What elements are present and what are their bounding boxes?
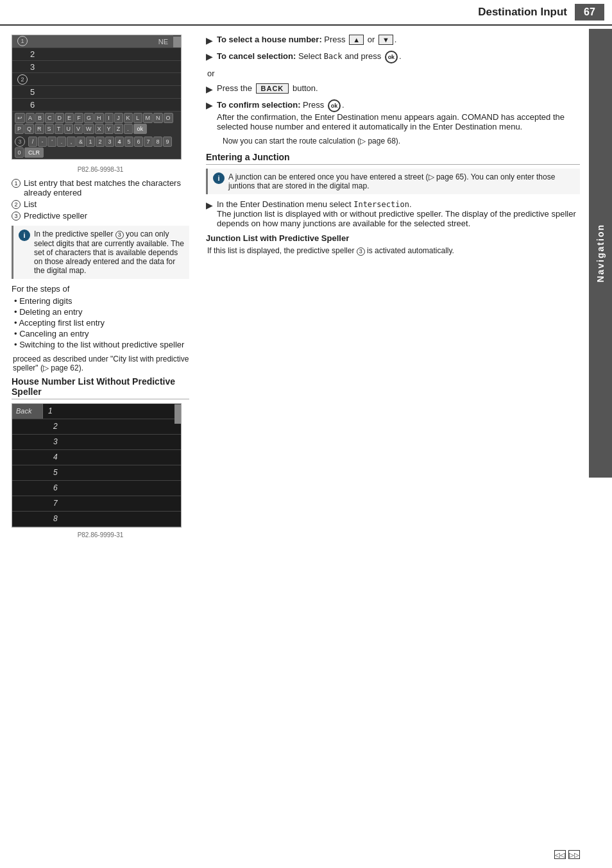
key-b: B: [35, 113, 44, 123]
arrow-icon-2: ▶: [206, 51, 213, 62]
key-6: 6: [134, 137, 143, 147]
key-1: 1: [86, 137, 95, 147]
info-box-1: i In the predictive speller 3 you can on…: [12, 226, 189, 279]
key-d: D: [55, 113, 65, 123]
key-h: H: [94, 113, 104, 123]
key-8: 8: [153, 137, 162, 147]
prev-arrow: ◁◁: [554, 850, 566, 859]
key-5: 5: [124, 137, 133, 147]
select-house-label: To select a house number:: [217, 35, 322, 44]
key-a: A: [26, 113, 35, 123]
row3-label: 3: [17, 62, 35, 72]
house-val-4: 4: [48, 453, 58, 462]
key-0: 0: [15, 147, 24, 158]
right-column: ▶ To select a house number: Press ▲ or ▼…: [201, 35, 580, 544]
main-content: 1 NE 2 3 2: [0, 26, 612, 553]
key-dot: .: [124, 124, 133, 134]
row1-label: [30, 37, 32, 46]
arrow-icon-3: ▶: [206, 84, 213, 94]
ok-key: ok: [133, 124, 148, 134]
key-3: 3: [105, 137, 114, 147]
cancel-selection-text: To cancel selection: Select Back and pre…: [217, 51, 402, 63]
key-p: P: [15, 124, 24, 134]
now-para: Now you can start the route calculation …: [223, 137, 580, 146]
ok-circle-confirm: ok: [328, 99, 341, 112]
key-x: X: [95, 124, 104, 134]
callout-text-1: List entry that best matches the charact…: [24, 178, 189, 197]
junction-step-text: In the Enter Destination menu select Int…: [217, 199, 580, 228]
btn-down: ▼: [378, 35, 393, 45]
key-g: G: [84, 113, 94, 123]
house-val-5: 5: [48, 468, 58, 477]
callout-text-2: List: [24, 199, 37, 209]
page-number: 67: [575, 4, 604, 21]
junction-para: The junction list is displayed with or w…: [217, 209, 576, 228]
callout-badge-1: 1: [12, 179, 21, 188]
badge-2: 2: [17, 74, 28, 85]
house-scrollbar: [174, 404, 181, 419]
callout-list: 1 List entry that best matches the chara…: [12, 178, 189, 221]
confirm-selection-text: To confirm selection: Press ok. After th…: [217, 99, 580, 131]
device-row-2: 2: [12, 48, 181, 61]
house-row-7: 7: [12, 496, 181, 512]
junction-predictive-para: If this list is displayed, the predictiv…: [207, 246, 580, 256]
junction-predictive-heading: Junction List with Predictive Speller: [206, 233, 580, 243]
badge-3: 3: [15, 137, 25, 147]
junction-info-icon: i: [213, 172, 225, 184]
device-row-6: 6: [12, 99, 181, 112]
house-val-1: 1: [43, 406, 53, 415]
or-text-1: or: [207, 69, 580, 78]
device-row-5: 5: [12, 86, 181, 99]
key-k: K: [124, 113, 133, 123]
house-row-8: 8: [12, 512, 181, 527]
house-val-3: 3: [48, 437, 58, 446]
nav-sidebar-label: Navigation: [595, 224, 606, 283]
device-caption-1: P82.86-9998-31: [12, 166, 189, 173]
callout-item-3: 3 Predictive speller: [12, 211, 189, 221]
num-row: 3 / - ' . , & 1 2 3 4 5 6 7 8 9 0: [12, 135, 181, 159]
back-mono: Back: [324, 52, 343, 61]
device-image-1: 1 NE 2 3 2: [12, 35, 182, 160]
house-section-heading: House Number List Without Predictive Spe…: [12, 376, 189, 399]
device-list: 1 NE 2 3 2: [12, 35, 181, 159]
back-btn: BACK: [256, 83, 289, 94]
back-key: ↩: [15, 113, 25, 123]
scrollbar: [173, 35, 181, 47]
key-j: J: [114, 113, 123, 123]
key-s: S: [45, 124, 54, 134]
row2-label: 2: [17, 49, 35, 59]
cancel-selection-label: To cancel selection:: [217, 51, 296, 61]
footer-nav: ◁◁ ▷▷: [554, 850, 580, 859]
junction-step-item: ▶ In the Enter Destination menu select I…: [206, 199, 580, 228]
key-slash: /: [28, 137, 37, 147]
ne-label: NE: [158, 38, 168, 46]
callout-text-3: Predictive speller: [24, 211, 87, 221]
key-2: 2: [96, 137, 105, 147]
press-back-text: Press the BACK button.: [217, 83, 318, 94]
page-title: Destination Input: [8, 6, 575, 19]
nav-sidebar: Navigation: [589, 29, 612, 478]
device-row-4: 2: [12, 73, 181, 86]
house-row-2: 2: [12, 419, 181, 435]
house-row-4: 4: [12, 450, 181, 465]
step-4: Canceling an entry: [14, 329, 189, 338]
key-z: Z: [114, 124, 123, 134]
info-icon-1: i: [19, 230, 30, 241]
key-q: Q: [24, 124, 34, 134]
callout-badge-2: 2: [12, 200, 21, 209]
house-row-3: 3: [12, 435, 181, 450]
house-back-btn: Back: [12, 404, 43, 419]
scrollbar-thumb: [173, 37, 181, 47]
clr-key: CLR: [24, 147, 44, 158]
junction-heading: Entering a Junction: [206, 152, 580, 165]
key-4: 4: [115, 137, 124, 147]
arrow-icon-1: ▶: [206, 35, 213, 46]
arrow-icon-5: ▶: [206, 200, 213, 210]
device-row-3: 3: [12, 61, 181, 74]
key-u: U: [64, 124, 74, 134]
key-r: R: [35, 124, 44, 134]
house-device-caption: P82.86-9999-31: [12, 531, 189, 538]
key-i: I: [105, 113, 114, 123]
key-dash: -: [38, 137, 47, 147]
key-l: L: [133, 113, 142, 123]
